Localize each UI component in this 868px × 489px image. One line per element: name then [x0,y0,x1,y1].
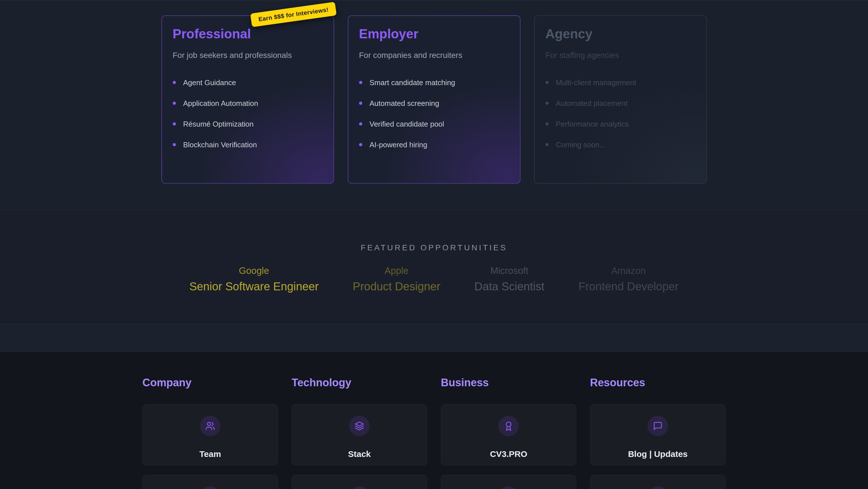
plan-card-employer[interactable]: Employer For companies and recruiters Sm… [348,15,521,183]
bullet-dot-icon [546,122,549,125]
bullet-dot-icon [173,122,176,125]
footer: Company Team Technology Stack [0,352,868,489]
footer-column-resources: Resources Blog | Updates [590,377,725,489]
plan-feature-label: Smart candidate matching [370,79,455,87]
footer-card-stack[interactable]: Stack [291,404,427,465]
footer-grid: Company Team Technology Stack [143,377,725,489]
footer-card-label: Team [199,449,221,459]
footer-column-technology: Technology Stack [291,377,427,489]
icon-circle [200,486,220,489]
plan-description: For job seekers and professionals [173,51,323,60]
plan-feature-label: Blockchain Verification [183,141,257,149]
footer-column-heading: Resources [590,377,725,389]
plan-title: Agency [546,27,695,41]
footer-card-label: Stack [348,449,371,459]
plan-description: For staffing agencies [546,51,695,60]
plan-title: Professional [173,27,323,41]
job-title: Senior Software Engineer [189,280,318,293]
footer-column-business: Business CV3.PRO [441,377,577,489]
plan-feature-list: Agent Guidance Application Automation Ré… [173,79,323,149]
plan-feature: Application Automation [173,99,323,107]
bullet-dot-icon [359,122,362,125]
plan-feature: AI-powered hiring [359,141,509,149]
plan-feature: Verified candidate pool [359,120,509,128]
featured-opportunities-section: FEATURED OPPORTUNITIES Google Senior Sof… [0,210,868,324]
plan-feature-label: Coming soon... [556,141,606,149]
plan-description: For companies and recruiters [359,51,509,60]
bullet-dot-icon [173,102,176,105]
plans-section: Earn $$$ for Interviews! Professional Fo… [0,0,868,210]
footer-card-blog[interactable]: Blog | Updates [590,404,725,465]
bullet-dot-icon [546,102,549,105]
layers-icon [349,416,370,436]
plan-feature: Agent Guidance [173,79,323,87]
job-company: Apple [352,265,440,276]
job-item-google[interactable]: Google Senior Software Engineer [189,265,318,293]
message-square-icon [648,416,668,436]
plan-title: Employer [359,27,509,41]
award-icon [498,416,519,436]
bullet-dot-icon [173,143,176,146]
plan-feature-label: Performance analytics [556,120,629,128]
plan-feature: Performance analytics [546,120,695,128]
footer-column-heading: Technology [291,377,427,389]
plan-feature-list: Multi-client management Automated placem… [546,79,695,149]
plan-feature-label: Automated screening [370,99,439,107]
footer-card-partial[interactable] [143,475,278,489]
footer-column-heading: Business [441,377,577,389]
job-company: Microsoft [474,265,544,276]
job-item-apple[interactable]: Apple Product Designer [352,265,440,293]
plan-row: Professional For job seekers and profess… [0,15,868,183]
footer-card-partial[interactable] [291,475,427,489]
plan-feature: Résumé Optimization [173,120,323,128]
plan-feature: Multi-client management [546,79,695,87]
job-title: Frontend Developer [578,280,679,293]
footer-card-partial[interactable] [441,475,577,489]
plan-feature: Smart candidate matching [359,79,509,87]
plan-feature-label: Agent Guidance [183,79,236,87]
footer-card-team[interactable]: Team [143,404,278,465]
plan-feature: Automated placement [546,99,695,107]
job-title: Data Scientist [474,280,544,293]
plan-card-professional[interactable]: Professional For job seekers and profess… [161,15,334,183]
plan-feature-label: Résumé Optimization [183,120,254,128]
job-title: Product Designer [352,280,440,293]
footer-card-label: Blog | Updates [628,449,688,459]
bullet-dot-icon [173,81,176,84]
job-company: Amazon [578,265,679,276]
bullet-dot-icon [359,102,362,105]
landing-page: Earn $$$ for Interviews! Professional Fo… [0,0,868,489]
featured-jobs-row: Google Senior Software Engineer Apple Pr… [0,265,868,293]
bullet-dot-icon [546,81,549,84]
bullet-dot-icon [359,143,362,146]
bullet-dot-icon [359,81,362,84]
spacer-section [0,324,868,352]
job-item-amazon[interactable]: Amazon Frontend Developer [578,265,679,293]
plan-feature: Coming soon... [546,141,695,149]
featured-heading: FEATURED OPPORTUNITIES [0,243,868,252]
footer-card-label: CV3.PRO [490,449,527,459]
bullet-dot-icon [546,143,549,146]
icon-circle [648,486,668,489]
plan-feature-label: Automated placement [556,99,628,107]
footer-column-heading: Company [143,377,278,389]
plan-card-agency: Agency For staffing agencies Multi-clien… [534,15,707,183]
plan-feature: Automated screening [359,99,509,107]
users-icon [200,416,220,436]
icon-circle [349,486,370,489]
footer-card-partial[interactable] [590,475,725,489]
job-item-microsoft[interactable]: Microsoft Data Scientist [474,265,544,293]
plan-feature-label: Multi-client management [556,79,636,87]
icon-circle [498,486,519,489]
plan-feature-list: Smart candidate matching Automated scree… [359,79,509,149]
job-company: Google [189,265,318,276]
plan-feature-label: AI-powered hiring [370,141,428,149]
plan-feature-label: Application Automation [183,99,258,107]
footer-card-cv3pro[interactable]: CV3.PRO [441,404,577,465]
footer-column-company: Company Team [143,377,278,489]
plan-feature-label: Verified candidate pool [370,120,444,128]
plan-feature: Blockchain Verification [173,141,323,149]
